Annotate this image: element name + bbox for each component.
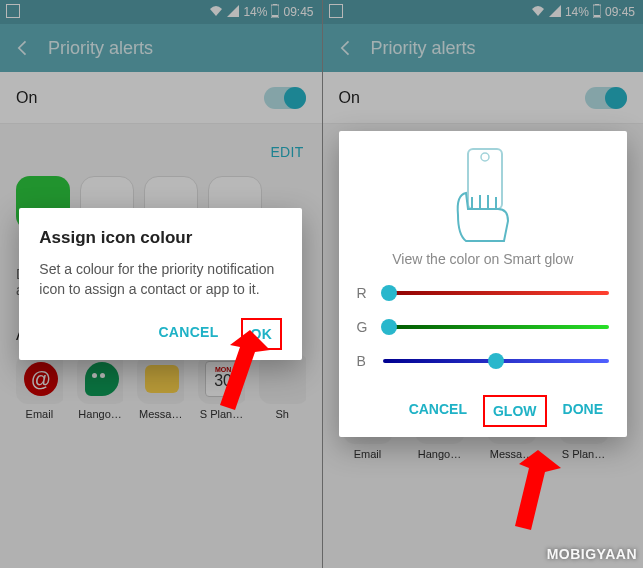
dialog-title: Assign icon colour [39,228,282,248]
left-screenshot: 14% 09:45 Priority alerts On EDIT Da App… [0,0,322,568]
cancel-button[interactable]: CANCEL [403,395,473,427]
dialog-caption: View the color on Smart glow [357,251,609,267]
slider-track[interactable] [383,291,609,295]
done-button[interactable]: DONE [557,395,609,427]
modal-scrim: Assign icon colour Set a colour for the … [0,0,322,568]
slider-red[interactable]: R [357,285,609,301]
svg-marker-9 [515,450,561,530]
svg-marker-3 [220,330,270,410]
dialog-body: Set a colour for the priority notificati… [39,260,282,299]
slider-blue[interactable]: B [357,353,609,369]
slider-track[interactable] [383,359,609,363]
right-screenshot: 14% 09:45 Priority alerts On @Email Hang… [322,0,644,568]
slider-green[interactable]: G [357,319,609,335]
phone-hand-illustration [357,145,609,245]
slider-track[interactable] [383,325,609,329]
glow-button[interactable]: GLOW [483,395,547,427]
smart-glow-dialog: View the color on Smart glow R G B CANCE… [339,131,627,437]
watermark: MOBIGYAAN [547,546,637,562]
